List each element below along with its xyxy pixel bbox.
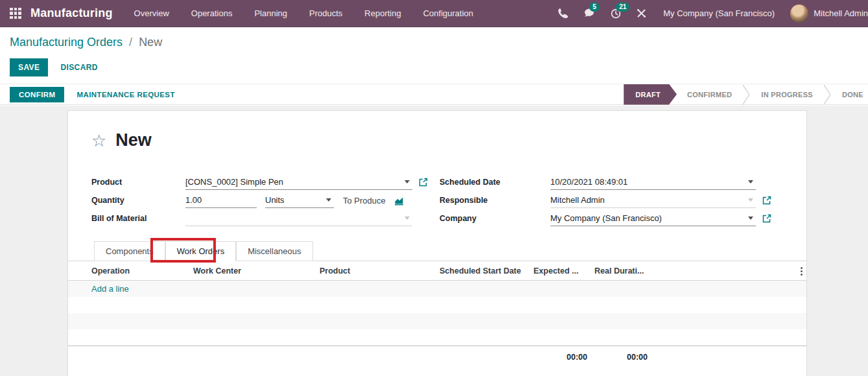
- table-row: Add a line: [68, 281, 806, 297]
- top-navbar: Manufacturing Overview Operations Planni…: [0, 0, 868, 27]
- save-button[interactable]: SAVE: [10, 58, 48, 76]
- form-sheet: ☆ New Product [CONS_0002] Simple Pen Qua…: [67, 110, 807, 376]
- chevron-down-icon[interactable]: [748, 180, 753, 183]
- form-left-column: Product [CONS_0002] Simple Pen Quantity …: [91, 173, 428, 228]
- column-scheduled-start-date[interactable]: Scheduled Start Date: [440, 266, 521, 276]
- tab-components[interactable]: Components: [94, 241, 165, 261]
- tab-work-orders[interactable]: Work Orders: [165, 241, 236, 261]
- breadcrumb-separator: /: [126, 36, 135, 49]
- discard-button[interactable]: DISCARD: [60, 63, 97, 72]
- workorders-rows: Add a line: [68, 281, 806, 346]
- column-expected-duration[interactable]: Expected ...: [534, 266, 578, 276]
- messages-icon[interactable]: 5: [576, 0, 603, 27]
- optional-columns-icon[interactable]: [798, 266, 805, 276]
- chevron-separator-icon: [742, 84, 751, 105]
- bom-label: Bill of Material: [91, 214, 185, 223]
- phone-icon[interactable]: [550, 0, 576, 27]
- product-value[interactable]: [CONS_0002] Simple Pen: [185, 177, 401, 187]
- add-a-line-link[interactable]: Add a line: [68, 284, 129, 294]
- column-work-center[interactable]: Work Center: [193, 266, 241, 276]
- nav-item-operations[interactable]: Operations: [180, 0, 244, 27]
- table-row: [68, 313, 806, 329]
- control-panel-buttons: SAVE DISCARD: [10, 58, 98, 76]
- company-value[interactable]: My Company (San Francisco): [550, 213, 744, 223]
- app-name[interactable]: Manufacturing: [30, 6, 113, 20]
- company-external-link-icon[interactable]: [762, 214, 771, 223]
- expected-duration-total: 00:00: [531, 353, 587, 362]
- table-row: [68, 297, 806, 313]
- breadcrumb: Manufacturing Orders / New: [10, 36, 162, 49]
- quantity-field[interactable]: 1.00: [185, 193, 257, 208]
- breadcrumb-current: New: [139, 36, 162, 49]
- chevron-down-icon[interactable]: [748, 217, 753, 220]
- tab-miscellaneous[interactable]: Miscellaneous: [236, 241, 312, 261]
- chevron-down-icon[interactable]: [326, 198, 331, 202]
- bom-row: Bill of Material: [91, 209, 428, 228]
- product-label: Product: [91, 178, 185, 187]
- responsible-field[interactable]: Mitchell Admin: [550, 193, 756, 208]
- quantity-value[interactable]: 1.00: [185, 195, 257, 205]
- quantity-row: Quantity 1.00 Units To Produce: [91, 191, 428, 209]
- company-label: Company: [440, 214, 550, 223]
- avatar[interactable]: [790, 5, 808, 23]
- company-row: Company My Company (San Francisco): [440, 209, 793, 228]
- maintenance-request-button[interactable]: MAINTENANCE REQUEST: [76, 91, 174, 99]
- responsible-label: Responsible: [440, 196, 550, 205]
- form-right-column: Scheduled Date 10/20/2021 08:49:01 Respo…: [440, 173, 793, 228]
- nav-item-products[interactable]: Products: [298, 0, 353, 27]
- chevron-down-icon[interactable]: [748, 198, 753, 202]
- activities-badge: 21: [616, 3, 629, 12]
- nav-item-configuration[interactable]: Configuration: [412, 0, 484, 27]
- scheduled-date-value[interactable]: 10/20/2021 08:49:01: [550, 177, 744, 187]
- status-step-confirmed[interactable]: CONFIRMED: [677, 84, 742, 105]
- user-menu[interactable]: Mitchell Admin: [814, 8, 868, 18]
- content-area: ☆ New Product [CONS_0002] Simple Pen Qua…: [0, 106, 868, 376]
- chevron-down-icon[interactable]: [405, 180, 410, 183]
- column-product[interactable]: Product: [320, 266, 350, 276]
- apps-menu-icon[interactable]: [10, 8, 21, 19]
- systray: 5 21 My Company (San Francisco) Mitchell…: [550, 0, 868, 27]
- breadcrumb-parent-link[interactable]: Manufacturing Orders: [10, 36, 123, 49]
- record-title: New: [115, 130, 152, 150]
- company-switcher[interactable]: My Company (San Francisco): [654, 8, 785, 18]
- scheduled-date-label: Scheduled Date: [440, 178, 550, 187]
- scheduled-date-field[interactable]: 10/20/2021 08:49:01: [550, 175, 756, 190]
- product-field[interactable]: [CONS_0002] Simple Pen: [185, 175, 412, 190]
- forecast-graph-icon[interactable]: [394, 196, 405, 206]
- nav-item-overview[interactable]: Overview: [123, 0, 180, 27]
- quantity-label: Quantity: [91, 196, 185, 205]
- company-field[interactable]: My Company (San Francisco): [550, 211, 756, 226]
- responsible-row: Responsible Mitchell Admin: [440, 191, 793, 209]
- favorite-star-icon[interactable]: ☆: [91, 132, 106, 149]
- chevron-down-icon[interactable]: [405, 217, 410, 220]
- workorders-table-header: Operation Work Center Product Scheduled …: [68, 262, 806, 281]
- column-operation[interactable]: Operation: [91, 266, 130, 276]
- status-step-done[interactable]: DONE: [832, 84, 868, 105]
- messages-badge: 5: [589, 3, 600, 12]
- form-statusbar: CONFIRM MAINTENANCE REQUEST DRAFT CONFIR…: [0, 84, 868, 105]
- real-duration-total: 00:00: [592, 353, 648, 362]
- column-real-duration[interactable]: Real Durati...: [594, 266, 644, 276]
- product-row: Product [CONS_0002] Simple Pen: [91, 173, 428, 191]
- product-external-link-icon[interactable]: [419, 178, 428, 187]
- notebook-tabs: Components Work Orders Miscellaneous: [68, 241, 806, 261]
- tools-icon[interactable]: [629, 0, 654, 27]
- uom-field[interactable]: Units: [265, 193, 334, 208]
- uom-value[interactable]: Units: [265, 195, 322, 205]
- scheduled-date-row: Scheduled Date 10/20/2021 08:49:01: [440, 173, 793, 191]
- responsible-value[interactable]: Mitchell Admin: [550, 195, 744, 205]
- status-step-in-progress[interactable]: IN PROGRESS: [751, 84, 823, 105]
- chevron-separator-icon: [823, 84, 832, 105]
- activities-clock-icon[interactable]: 21: [603, 0, 629, 27]
- status-step-draft[interactable]: DRAFT: [624, 84, 677, 105]
- confirm-button[interactable]: CONFIRM: [10, 87, 64, 102]
- nav-item-planning[interactable]: Planning: [243, 0, 298, 27]
- status-pipeline: DRAFT CONFIRMED IN PROGRESS DONE: [624, 84, 868, 105]
- nav-item-reporting[interactable]: Reporting: [353, 0, 412, 27]
- responsible-external-link-icon[interactable]: [762, 196, 771, 205]
- bom-field[interactable]: [185, 211, 412, 226]
- to-produce-label: To Produce: [343, 196, 386, 206]
- main-menu: Overview Operations Planning Products Re…: [123, 0, 484, 27]
- table-row: [68, 329, 806, 346]
- workorders-totals-row: 00:00 00:00: [68, 346, 806, 376]
